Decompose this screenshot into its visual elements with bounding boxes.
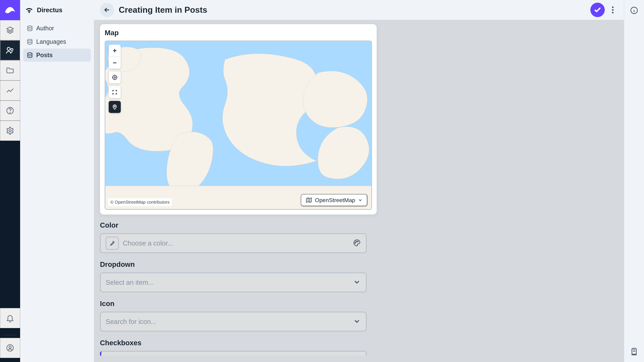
svg-point-4 — [9, 130, 11, 132]
map-field-label: Map — [105, 29, 372, 37]
drop-pin-button[interactable] — [109, 101, 121, 113]
rail-divider — [4, 335, 16, 335]
collection-nav: Author Languages Posts — [20, 20, 94, 63]
nav-item-label: Posts — [36, 52, 53, 59]
more-options-button[interactable] — [608, 3, 618, 17]
locate-me-button[interactable] — [109, 71, 121, 83]
svg-point-8 — [28, 39, 32, 41]
svg-point-12 — [612, 12, 614, 13]
module-users[interactable] — [0, 40, 20, 60]
map-attribution: © OpenStreetMap contributors — [108, 198, 172, 206]
module-content[interactable] — [0, 20, 20, 40]
brand-name: Directus — [37, 6, 62, 14]
svg-point-0 — [7, 47, 10, 50]
svg-point-16 — [114, 106, 115, 107]
module-docs[interactable] — [0, 100, 20, 121]
chevron-down-icon — [353, 278, 361, 287]
module-settings[interactable] — [0, 121, 20, 141]
nav-item-author[interactable]: Author — [23, 22, 91, 35]
chevron-down-icon — [358, 198, 362, 202]
dropdown-field-label: Dropdown — [100, 260, 618, 269]
account-button[interactable] — [0, 338, 20, 358]
svg-point-11 — [612, 9, 614, 11]
module-files[interactable] — [0, 60, 20, 80]
color-placeholder: Choose a color... — [123, 240, 349, 247]
main-area: Creating Item in Posts Map — [94, 0, 624, 362]
checkboxes-field-label: Checkboxes — [100, 339, 618, 347]
svg-point-9 — [28, 53, 32, 54]
right-rail — [624, 0, 644, 362]
collection-sidebar: Directus Author Languages Posts — [20, 0, 94, 362]
map-icon — [306, 197, 312, 203]
color-input[interactable]: Choose a color... — [100, 233, 366, 253]
svg-point-19 — [358, 241, 358, 242]
svg-point-14 — [114, 77, 116, 78]
nav-item-label: Author — [36, 25, 54, 32]
zoom-control — [109, 44, 121, 69]
svg-point-15 — [112, 75, 117, 79]
eyedropper-button[interactable] — [106, 237, 119, 250]
basemap-label: OpenStreetMap — [315, 197, 355, 203]
nav-item-languages[interactable]: Languages — [23, 35, 91, 48]
svg-point-3 — [10, 112, 10, 113]
database-icon — [26, 25, 33, 32]
basemap-picker[interactable]: OpenStreetMap — [301, 194, 367, 206]
dropdown-field: Dropdown Select an item... — [100, 260, 618, 292]
svg-point-10 — [612, 6, 614, 8]
zoom-out-button[interactable] — [109, 57, 121, 69]
topbar: Creating Item in Posts — [94, 0, 624, 20]
nav-item-label: Languages — [36, 38, 66, 45]
back-button[interactable] — [100, 3, 114, 17]
module-rail — [0, 0, 20, 362]
app-logo[interactable] — [0, 0, 20, 20]
checkboxes-field: Checkboxes — [100, 339, 618, 356]
page-title: Creating Item in Posts — [119, 5, 586, 15]
palette-icon[interactable] — [353, 239, 361, 248]
database-icon — [26, 38, 33, 45]
svg-point-7 — [28, 26, 32, 27]
icon-input[interactable]: Search for icon... — [100, 312, 366, 332]
svg-point-17 — [355, 242, 356, 243]
brand: Directus — [20, 0, 94, 20]
world-map-image — [105, 41, 371, 209]
nav-item-posts[interactable]: Posts — [23, 49, 91, 62]
zoom-in-button[interactable] — [109, 44, 121, 57]
form-scroll[interactable]: Map — [94, 20, 624, 362]
revisions-icon[interactable] — [630, 347, 638, 356]
svg-point-18 — [356, 241, 356, 242]
map-canvas[interactable]: © OpenStreetMap contributors OpenStreetM… — [105, 40, 372, 210]
svg-point-6 — [9, 346, 11, 348]
svg-point-1 — [11, 48, 13, 51]
connectivity-icon — [25, 6, 34, 14]
notifications-button[interactable] — [0, 308, 20, 328]
map-controls — [109, 44, 121, 113]
dropdown-input[interactable]: Select an item... — [100, 273, 366, 292]
icon-field-label: Icon — [100, 300, 618, 308]
color-field: Color Choose a color... — [100, 221, 618, 253]
fit-bounds-button[interactable] — [109, 86, 121, 98]
save-button[interactable] — [590, 3, 605, 17]
icon-field: Icon Search for icon... — [100, 300, 618, 332]
map-field: Map — [100, 24, 377, 215]
dropdown-placeholder: Select an item... — [106, 279, 349, 286]
chevron-down-icon — [353, 317, 361, 326]
icon-placeholder: Search for icon... — [106, 318, 349, 326]
color-field-label: Color — [100, 221, 618, 229]
checkboxes-input[interactable] — [100, 351, 366, 356]
module-insights[interactable] — [0, 80, 20, 100]
database-icon — [26, 52, 33, 58]
info-icon[interactable] — [630, 6, 638, 15]
